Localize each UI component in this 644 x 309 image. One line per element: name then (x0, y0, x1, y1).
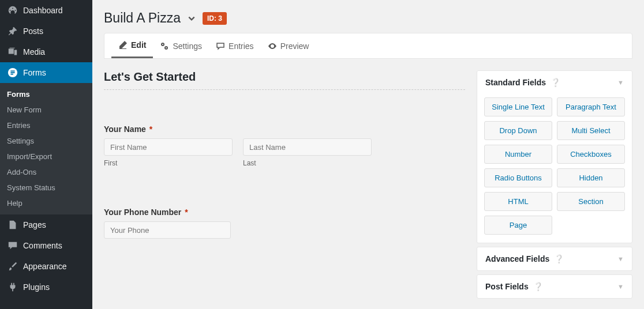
collapse-caret-icon[interactable]: ▼ (617, 283, 624, 290)
edit-icon (118, 40, 128, 50)
sidebar-label: Plugins (23, 282, 50, 292)
sidebar-item-dashboard[interactable]: Dashboard (0, 0, 92, 21)
admin-sidebar: Dashboard Posts Media Forms Forms New Fo… (0, 0, 92, 309)
tab-preview[interactable]: Preview (261, 33, 316, 58)
sidebar-item-forms[interactable]: Forms (0, 62, 92, 83)
page-icon (7, 219, 18, 231)
first-name-input[interactable] (104, 138, 233, 156)
form-title: Build A Pizza (104, 10, 181, 26)
standard-fields-header[interactable]: Standard Fields ❔ ▼ (477, 71, 632, 94)
help-icon[interactable]: ❔ (551, 78, 560, 87)
submenu-item-systemstatus[interactable]: System Status (0, 180, 92, 195)
field-page[interactable]: Page (484, 216, 552, 235)
sidebar-item-pages[interactable]: Pages (0, 214, 92, 235)
svg-rect-3 (10, 74, 13, 75)
page-title-row: Build A Pizza ID: 3 (104, 0, 632, 33)
collapse-caret-icon[interactable]: ▼ (617, 79, 624, 86)
tab-edit[interactable]: Edit (111, 33, 153, 58)
required-marker: * (185, 208, 188, 217)
svg-rect-2 (10, 72, 14, 73)
panel-title: Standard Fields (485, 78, 546, 87)
field-hidden[interactable]: Hidden (557, 168, 625, 187)
sidebar-label: Media (23, 47, 45, 56)
standard-fields-panel: Standard Fields ❔ ▼ Single Line Text Par… (477, 70, 632, 243)
sidebar-item-media[interactable]: Media (0, 42, 92, 62)
name-field-block[interactable]: Your Name * First Last (104, 125, 465, 167)
svg-point-6 (162, 44, 163, 45)
sidebar-submenu: Forms New Form Entries Settings Import/E… (0, 83, 92, 214)
plugin-icon (7, 281, 18, 293)
field-drop-down[interactable]: Drop Down (484, 121, 552, 140)
svg-point-7 (166, 47, 167, 48)
advanced-fields-panel: Advanced Fields ❔ ▼ (477, 247, 632, 271)
sidebar-item-posts[interactable]: Posts (0, 21, 92, 42)
fields-sidebar: Standard Fields ❔ ▼ Single Line Text Par… (477, 70, 632, 309)
last-name-input[interactable] (243, 138, 372, 156)
help-icon[interactable]: ❔ (533, 282, 543, 291)
advanced-fields-header[interactable]: Advanced Fields ❔ ▼ (477, 247, 632, 270)
field-paragraph-text[interactable]: Paragraph Text (557, 97, 625, 116)
phone-field-block[interactable]: Your Phone Number * (104, 208, 465, 239)
sidebar-item-plugins[interactable]: Plugins (0, 277, 92, 297)
panel-title: Post Fields (485, 282, 529, 291)
tab-label: Entries (229, 42, 254, 51)
submenu-item-help[interactable]: Help (0, 195, 92, 211)
eye-icon (268, 42, 277, 51)
submenu-item-newform[interactable]: New Form (0, 102, 92, 118)
form-section-title: Let's Get Started (104, 70, 465, 84)
dashboard-icon (7, 5, 18, 16)
svg-point-8 (271, 45, 273, 47)
first-sublabel: First (104, 159, 233, 167)
field-html[interactable]: HTML (484, 192, 552, 211)
post-fields-panel: Post Fields ❔ ▼ (477, 274, 632, 299)
sidebar-item-comments[interactable]: Comments (0, 235, 92, 256)
collapse-caret-icon[interactable]: ▼ (617, 255, 624, 262)
sidebar-label: Dashboard (23, 6, 63, 15)
help-icon[interactable]: ❔ (554, 254, 564, 263)
form-switcher-chevron[interactable] (188, 14, 196, 22)
field-multi-select[interactable]: Multi Select (557, 121, 625, 140)
sidebar-label: Posts (23, 27, 43, 36)
field-single-line-text[interactable]: Single Line Text (484, 97, 552, 116)
svg-rect-1 (10, 70, 14, 71)
tab-settings[interactable]: Settings (153, 33, 209, 58)
submenu-item-settings[interactable]: Settings (0, 133, 92, 149)
sidebar-label: Appearance (23, 262, 67, 271)
submenu-item-forms[interactable]: Forms (0, 86, 92, 102)
field-section[interactable]: Section (557, 192, 625, 211)
gears-icon (160, 42, 169, 51)
form-id-badge: ID: 3 (203, 12, 227, 25)
phone-input[interactable] (104, 221, 231, 239)
sidebar-label: Forms (23, 68, 46, 77)
form-editor-area: Let's Get Started Your Name * First Last (104, 70, 465, 309)
comment-icon (7, 240, 18, 251)
last-sublabel: Last (243, 159, 372, 167)
main-content: Build A Pizza ID: 3 Edit Settings Entrie… (92, 0, 644, 309)
panel-title: Advanced Fields (485, 254, 549, 263)
post-fields-header[interactable]: Post Fields ❔ ▼ (477, 275, 632, 298)
tab-label: Preview (280, 42, 309, 51)
field-radio-buttons[interactable]: Radio Buttons (484, 168, 552, 187)
name-field-label: Your Name * (104, 125, 465, 134)
speech-icon (216, 42, 225, 51)
submenu-item-entries[interactable]: Entries (0, 118, 92, 133)
pin-icon (7, 25, 18, 37)
field-checkboxes[interactable]: Checkboxes (557, 145, 625, 164)
sidebar-label: Pages (23, 220, 46, 229)
submenu-item-importexport[interactable]: Import/Export (0, 149, 92, 164)
submenu-item-addons[interactable]: Add-Ons (0, 164, 92, 180)
forms-icon (7, 67, 18, 78)
required-marker: * (149, 125, 152, 134)
phone-field-label: Your Phone Number * (104, 208, 465, 217)
tab-label: Settings (173, 42, 202, 51)
form-tabbar: Edit Settings Entries Preview (104, 33, 632, 59)
media-icon (7, 46, 18, 58)
field-number[interactable]: Number (484, 145, 552, 164)
section-divider (104, 89, 465, 90)
sidebar-item-appearance[interactable]: Appearance (0, 256, 92, 277)
tab-label: Edit (131, 40, 146, 50)
brush-icon (7, 261, 18, 272)
tab-entries[interactable]: Entries (209, 33, 261, 58)
sidebar-label: Comments (23, 241, 62, 250)
